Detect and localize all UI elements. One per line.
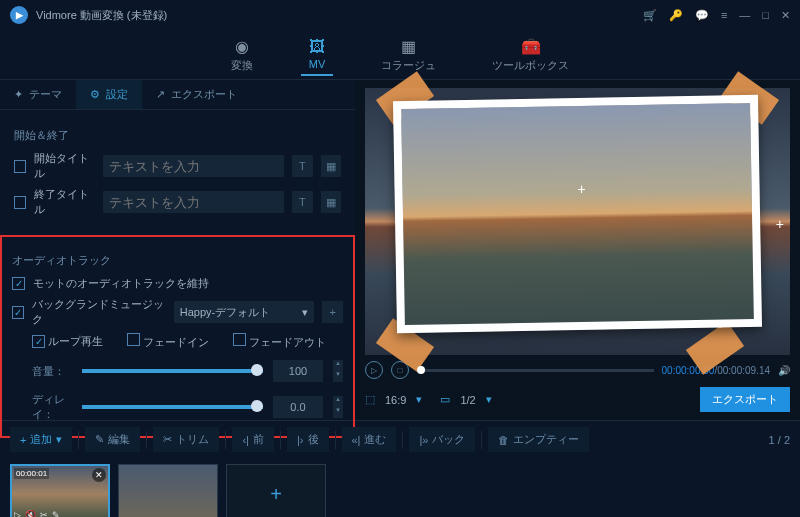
after-button[interactable]: |› 後 [287, 427, 329, 452]
audio-track-section: オーディオトラック モットのオーディオトラックを維持 バックグランドミュージック… [0, 235, 355, 438]
end-title-input[interactable] [103, 191, 284, 213]
crop-handle[interactable]: + [578, 181, 586, 197]
pager: 1 / 2 [769, 434, 790, 446]
tab-settings[interactable]: ⚙設定 [76, 80, 142, 109]
nav-collage[interactable]: ▦コラージュ [373, 33, 444, 77]
start-title-label: 開始タイトル [34, 151, 95, 181]
feedback-icon[interactable]: 💬 [695, 9, 709, 22]
preview-area: + + [365, 88, 790, 355]
fadein-checkbox[interactable] [127, 333, 140, 346]
clip-strip: 00:00:01 ✕ ▷🔇✂✎ + [0, 458, 800, 517]
tab-theme[interactable]: ✦テーマ [0, 80, 76, 109]
page-indicator: 1/2 [460, 394, 475, 406]
forward-button[interactable]: «| 進む [342, 427, 397, 452]
collage-icon: ▦ [401, 37, 416, 56]
keep-audio-label: モットのオーディオトラックを維持 [33, 276, 209, 291]
mute-icon[interactable]: 🔇 [25, 510, 36, 517]
mv-icon: 🖼 [309, 38, 325, 56]
nav-toolbox[interactable]: 🧰ツールボックス [484, 33, 577, 77]
font-button[interactable]: T [292, 155, 312, 177]
edit-icon[interactable]: ✎ [52, 510, 60, 517]
maximize-button[interactable]: □ [762, 9, 769, 22]
before-button[interactable]: ‹| 前 [232, 427, 274, 452]
split-icon[interactable]: ▭ [440, 393, 450, 406]
empty-button[interactable]: 🗑 エンプティー [488, 427, 589, 452]
titlebar: ▶ Vidmore 動画変換 (未登録) 🛒 🔑 💬 ≡ — □ ✕ [0, 0, 800, 30]
chevron-down-icon[interactable]: ▾ [486, 393, 492, 406]
trim-button[interactable]: ✂ トリム [153, 427, 219, 452]
clip-duration: 00:00:01 [14, 468, 49, 479]
edit-button[interactable]: ✎ 編集 [85, 427, 140, 452]
start-title-checkbox[interactable] [14, 160, 26, 173]
chevron-down-icon[interactable]: ▾ [416, 393, 422, 406]
app-title: Vidmore 動画変換 (未登録) [36, 8, 643, 23]
cart-icon[interactable]: 🛒 [643, 9, 657, 22]
delay-value[interactable]: 0.0 [273, 396, 323, 418]
timeline-slider[interactable] [417, 369, 654, 372]
toolbox-icon: 🧰 [521, 37, 541, 56]
nav-convert[interactable]: ◉変換 [223, 33, 261, 77]
volume-label: 音量： [32, 364, 72, 379]
color-button[interactable]: ▦ [321, 155, 341, 177]
total-time: 00:00:09.14 [717, 365, 770, 376]
keep-audio-checkbox[interactable] [12, 277, 25, 290]
bgm-select[interactable]: Happy-デフォルト▾ [174, 301, 315, 323]
chevron-down-icon: ▾ [302, 306, 308, 319]
add-bgm-button[interactable]: + [322, 301, 343, 323]
end-title-label: 終了タイトル [34, 187, 95, 217]
key-icon[interactable]: 🔑 [669, 9, 683, 22]
delay-slider[interactable] [82, 405, 263, 409]
cut-icon[interactable]: ✂ [40, 510, 48, 517]
aspect-label: 16:9 [385, 394, 406, 406]
delay-down[interactable]: ▼ [333, 407, 343, 418]
convert-icon: ◉ [235, 37, 249, 56]
bgm-checkbox[interactable] [12, 306, 24, 319]
volume-value[interactable]: 100 [273, 360, 323, 382]
photo-frame [393, 95, 762, 333]
end-title-checkbox[interactable] [14, 196, 26, 209]
app-logo-icon: ▶ [10, 6, 28, 24]
tab-export[interactable]: ↗エクスポート [142, 80, 251, 109]
remove-clip-button[interactable]: ✕ [92, 468, 106, 482]
fadeout-checkbox[interactable] [233, 333, 246, 346]
volume-up[interactable]: ▲ [333, 360, 343, 371]
minimize-button[interactable]: — [739, 9, 750, 22]
subtabs: ✦テーマ ⚙設定 ↗エクスポート [0, 80, 355, 110]
clip-thumb-1[interactable]: 00:00:01 ✕ ▷🔇✂✎ [10, 464, 110, 517]
add-button[interactable]: + 追加 ▾ [10, 427, 72, 452]
play-button[interactable]: ▷ [365, 361, 383, 379]
audio-heading: オーディオトラック [12, 253, 343, 268]
theme-icon: ✦ [14, 88, 23, 101]
export-button[interactable]: エクスポート [700, 387, 790, 412]
delay-up[interactable]: ▲ [333, 396, 343, 407]
volume-down[interactable]: ▼ [333, 371, 343, 382]
crop-handle[interactable]: + [776, 216, 784, 232]
gear-icon: ⚙ [90, 88, 100, 101]
play-icon[interactable]: ▷ [14, 510, 21, 517]
export-icon: ↗ [156, 88, 165, 101]
start-title-input[interactable] [103, 155, 284, 177]
clip-thumb-2[interactable] [118, 464, 218, 517]
back-button[interactable]: |» バック [409, 427, 475, 452]
volume-slider[interactable] [82, 369, 263, 373]
nav-mv[interactable]: 🖼MV [301, 34, 334, 76]
color-button-2[interactable]: ▦ [321, 191, 341, 213]
aspect-icon[interactable]: ⬚ [365, 393, 375, 406]
font-button-2[interactable]: T [292, 191, 312, 213]
loop-checkbox[interactable] [32, 335, 45, 348]
bgm-label: バックグランドミュージック [32, 297, 165, 327]
add-clip-button[interactable]: + [226, 464, 326, 517]
menu-icon[interactable]: ≡ [721, 9, 727, 22]
playback-controls: ▷ □ 00:00:00.00/00:00:09.14 🔊 [365, 355, 790, 385]
start-end-heading: 開始＆終了 [14, 128, 341, 143]
top-nav: ◉変換 🖼MV ▦コラージュ 🧰ツールボックス [0, 30, 800, 80]
volume-icon[interactable]: 🔊 [778, 365, 790, 376]
close-button[interactable]: ✕ [781, 9, 790, 22]
delay-label: ディレイ： [32, 392, 72, 422]
